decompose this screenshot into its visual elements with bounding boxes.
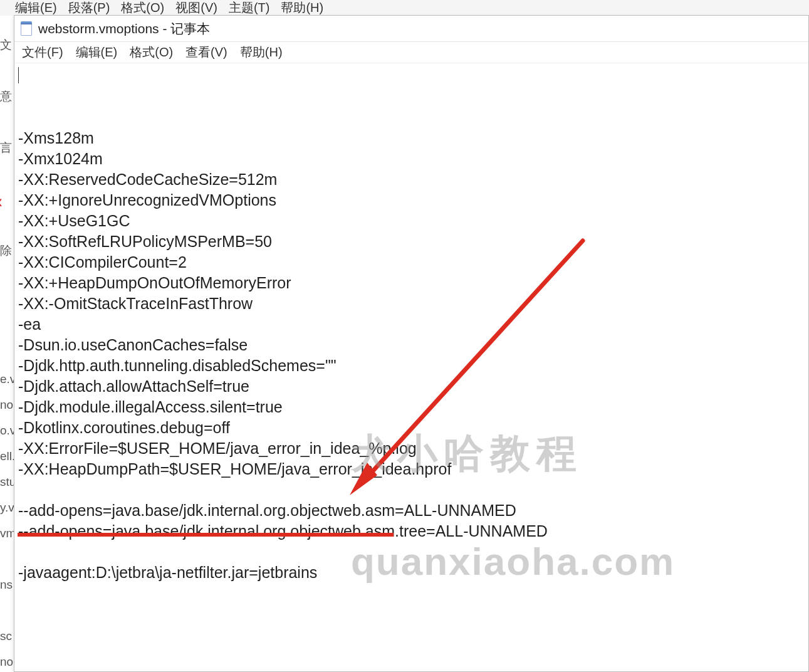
editor-line: -XX:HeapDumpPath=$USER_HOME/java_error_i…	[18, 459, 805, 480]
bg-menu-help[interactable]: 帮助(H)	[281, 0, 323, 16]
editor-line	[18, 480, 805, 500]
bg-left-fragment: no	[0, 394, 14, 420]
editor-line	[18, 542, 805, 562]
window-title: webstorm.vmoptions - 记事本	[38, 20, 210, 38]
bg-menu-theme[interactable]: 主题(T)	[229, 0, 270, 16]
editor-line: -XX:+IgnoreUnrecognizedVMOptions	[18, 190, 805, 211]
menu-help[interactable]: 帮助(H)	[237, 43, 285, 62]
chevron-left-icon: ‹	[0, 191, 3, 212]
bg-left-fragment	[0, 317, 14, 343]
editor-line: -Djdk.attach.allowAttachSelf=true	[18, 376, 805, 397]
text-caret	[18, 67, 19, 83]
editor-line: -XX:+UseG1GC	[18, 211, 805, 231]
background-app-menu: 编辑(E) 段落(P) 格式(O) 视图(V) 主题(T) 帮助(H)	[0, 0, 809, 16]
bg-left-fragment	[0, 343, 14, 369]
editor-line: -Dkotlinx.coroutines.debug=off	[18, 417, 805, 438]
bg-left-fragment: 言	[0, 137, 14, 163]
editor-line: -XX:-OmitStackTraceInFastThrow	[18, 293, 805, 314]
editor-line: -XX:SoftRefLRUPolicyMSPerMB=50	[18, 231, 805, 252]
editor-line: -XX:ReservedCodeCacheSize=512m	[18, 169, 805, 190]
menu-file[interactable]: 文件(F)	[19, 43, 66, 62]
bg-left-fragment: o.v	[0, 420, 14, 446]
editor-line: -ea	[18, 314, 805, 335]
bg-left-fragment: vm	[0, 523, 14, 549]
editor-line: -XX:CICompilerCount=2	[18, 252, 805, 273]
bg-left-fragment: y.v	[0, 497, 14, 523]
menu-view[interactable]: 查看(V)	[183, 43, 230, 62]
background-left-pane: 文意言除e.vnoo.vell.stuy.vvmnsscnom.vno	[0, 16, 14, 672]
bg-left-fragment: e.v	[0, 369, 14, 394]
bg-left-fragment: 文	[0, 34, 14, 60]
bg-left-fragment: ns	[0, 574, 14, 600]
editor-line: -XX:+HeapDumpOnOutOfMemoryError	[18, 273, 805, 293]
notepad-icon	[19, 21, 33, 37]
bg-left-fragment: sc	[0, 626, 14, 651]
bg-menu-view[interactable]: 视图(V)	[175, 0, 217, 16]
bg-left-fragment	[0, 549, 14, 574]
notepad-window: webstorm.vmoptions - 记事本 文件(F) 编辑(E) 格式(…	[14, 15, 809, 672]
bg-menu-para[interactable]: 段落(P)	[68, 0, 110, 16]
editor-line: -javaagent:D:\jetbra\ja-netfilter.jar=je…	[18, 562, 805, 583]
bg-menu-edit[interactable]: 编辑(E)	[15, 0, 57, 16]
bg-left-fragment	[0, 214, 14, 240]
editor-line: -Xms128m	[18, 128, 805, 149]
editor-line: -Djdk.http.auth.tunneling.disabledScheme…	[18, 355, 805, 376]
editor-line: -XX:ErrorFile=$USER_HOME/java_error_in_i…	[18, 438, 805, 459]
editor-line: -Dsun.io.useCanonCaches=false	[18, 335, 805, 355]
bg-left-fragment	[0, 600, 14, 626]
bg-left-fragment	[0, 163, 14, 189]
bg-menu-format[interactable]: 格式(O)	[121, 0, 164, 16]
bg-left-fragment	[0, 266, 14, 291]
bg-left-fragment: 除	[0, 240, 14, 266]
bg-left-fragment: ell.	[0, 446, 14, 471]
bg-left-fragment	[0, 60, 14, 86]
text-editor[interactable]: -Xms128m-Xmx1024m-XX:ReservedCodeCacheSi…	[14, 63, 808, 671]
bg-left-fragment: 意	[0, 86, 14, 112]
menu-edit[interactable]: 编辑(E)	[73, 43, 120, 62]
bg-left-fragment: no	[0, 651, 14, 672]
notepad-menu-bar: 文件(F) 编辑(E) 格式(O) 查看(V) 帮助(H)	[14, 42, 808, 63]
title-bar[interactable]: webstorm.vmoptions - 记事本	[14, 16, 808, 42]
editor-line: --add-opens=java.base/jdk.internal.org.o…	[18, 500, 805, 521]
annotation-underline	[18, 533, 394, 537]
menu-format[interactable]: 格式(O)	[127, 43, 175, 62]
editor-line: -Xmx1024m	[18, 149, 805, 169]
editor-line: --add-opens=java.base/jdk.internal.org.o…	[18, 521, 805, 542]
editor-line: -Djdk.module.illegalAccess.silent=true	[18, 397, 805, 417]
bg-left-fragment	[0, 112, 14, 137]
bg-left-fragment: stu	[0, 471, 14, 497]
bg-left-fragment	[0, 291, 14, 317]
